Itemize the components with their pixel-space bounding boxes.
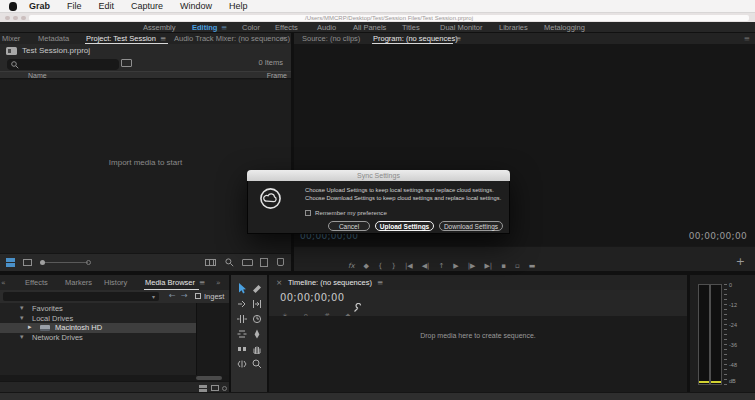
file-type-dropdown[interactable]: ▾: [3, 292, 159, 301]
search-input[interactable]: [7, 59, 119, 70]
workspace-tab-libraries[interactable]: Libraries: [499, 22, 528, 33]
list-view-icon[interactable]: [6, 258, 15, 267]
workspace-tab-dual-monitor[interactable]: Dual Monitor: [440, 22, 483, 33]
workspace-menu-icon[interactable]: ≡: [221, 22, 227, 33]
tree-item-favorites[interactable]: ▾ Favorites: [0, 304, 196, 314]
workspace-tab-editing[interactable]: Editing: [192, 22, 217, 33]
workspace-tab-color[interactable]: Color: [242, 22, 260, 33]
workspace-tab-assembly[interactable]: Assembly: [143, 22, 176, 33]
ingest-checkbox[interactable]: [195, 293, 201, 299]
tab-history[interactable]: History: [104, 275, 127, 290]
zoom-tool[interactable]: [250, 357, 264, 370]
tab-metadata[interactable]: Metadata: [38, 33, 69, 44]
insert-icon[interactable]: ▪: [501, 261, 506, 271]
zoom-slider-knob[interactable]: [40, 260, 45, 265]
workspace-tab-all-panels[interactable]: All Panels: [353, 22, 386, 33]
go-to-out-icon[interactable]: ▶|: [484, 261, 492, 271]
menu-file[interactable]: File: [67, 0, 82, 13]
expand-icon[interactable]: ▸: [28, 323, 32, 333]
timeline-tab-menu-icon[interactable]: ≡: [377, 275, 383, 290]
panel-collapse-icon[interactable]: «: [1, 275, 6, 290]
step-forward-icon[interactable]: |▶: [468, 261, 476, 271]
razor-tool[interactable]: [250, 282, 264, 295]
panel-divider-vertical[interactable]: [291, 33, 294, 271]
tab-overflow-icon[interactable]: »: [281, 33, 286, 44]
scrollbar-thumb[interactable]: [196, 376, 222, 380]
mb-zoom-icon[interactable]: [222, 386, 227, 391]
new-bin-quick-icon[interactable]: [121, 59, 132, 67]
zoom-slider-track[interactable]: [40, 262, 88, 263]
add-button[interactable]: +: [736, 256, 745, 267]
step-back-icon[interactable]: ◀|: [422, 261, 430, 271]
tab-source-monitor[interactable]: Source: (no clips): [302, 33, 360, 44]
upload-settings-button[interactable]: Upload Settings: [375, 221, 434, 231]
hand-tool[interactable]: [250, 342, 264, 355]
new-item-icon[interactable]: [260, 258, 268, 267]
find-icon[interactable]: [225, 258, 234, 267]
mark-in-icon[interactable]: {: [378, 261, 382, 271]
apple-menu-icon[interactable]: [9, 2, 17, 11]
workspace-tab-metalogging[interactable]: Metalogging: [544, 22, 585, 33]
fx-badge-icon[interactable]: fx: [348, 261, 355, 271]
play-icon[interactable]: ▶: [453, 261, 458, 271]
timeline-track-area[interactable]: Drop media here to create sequence.: [269, 316, 687, 392]
media-browser-menu-icon[interactable]: ≡: [199, 275, 205, 290]
pen-tool[interactable]: [250, 327, 264, 340]
expand-icon[interactable]: ▾: [20, 304, 24, 314]
column-frame[interactable]: Frame: [267, 72, 287, 80]
window-minimize-button[interactable]: [13, 16, 18, 21]
workspace-tab-effects[interactable]: Effects: [275, 22, 298, 33]
window-zoom-button[interactable]: [21, 16, 26, 21]
mb-list-view-icon[interactable]: [199, 385, 207, 392]
go-to-in-icon[interactable]: |◀: [405, 261, 413, 271]
menu-help[interactable]: Help: [229, 0, 248, 13]
slide-tool[interactable]: [235, 342, 249, 355]
expand-icon[interactable]: ▾: [20, 333, 24, 343]
export-frame-icon[interactable]: ▬: [529, 261, 536, 271]
mb-icon-view-icon[interactable]: [211, 385, 219, 391]
panel-menu-icon[interactable]: ≡: [744, 33, 750, 44]
tab-audio-track-mixer[interactable]: Audio Track Mixer: (no sequences): [174, 33, 290, 44]
tree-item-local-drives[interactable]: ▾ Local Drives: [0, 314, 196, 324]
remember-preference-checkbox[interactable]: [305, 210, 311, 216]
menu-capture[interactable]: Capture: [131, 0, 163, 13]
tree-item-macintosh-hd[interactable]: ▸ Macintosh HD: [0, 323, 196, 333]
tab-media-browser[interactable]: Media Browser: [145, 275, 195, 290]
tree-pane-divider[interactable]: [196, 303, 197, 375]
tree-item-network-drives[interactable]: ▾ Network Drives: [0, 333, 196, 343]
overwrite-icon[interactable]: ▫: [515, 261, 520, 271]
selection-tool[interactable]: [235, 282, 249, 295]
bottom-tab-overflow-icon[interactable]: »: [216, 275, 221, 290]
tab-effects[interactable]: Effects: [25, 275, 48, 290]
column-name[interactable]: Name: [28, 72, 47, 80]
timeline-timecode[interactable]: 00;00;00;00: [280, 292, 344, 303]
workspace-tab-titles[interactable]: Titles: [402, 22, 420, 33]
track-select-forward-tool[interactable]: [235, 297, 249, 310]
expand-icon[interactable]: ▾: [20, 314, 24, 324]
tab-mixer[interactable]: Mixer: [2, 33, 20, 44]
menu-grab[interactable]: Grab: [29, 0, 50, 13]
mark-out-icon[interactable]: }: [391, 261, 395, 271]
icon-view-icon[interactable]: [23, 259, 32, 266]
window-close-button[interactable]: [5, 16, 10, 21]
ripple-edit-tool[interactable]: [250, 297, 264, 310]
dialog-titlebar[interactable]: Sync Settings: [247, 170, 510, 181]
menu-window[interactable]: Window: [180, 0, 212, 13]
download-settings-button[interactable]: Download Settings: [439, 221, 503, 231]
tab-markers[interactable]: Markers: [65, 275, 92, 290]
back-arrow-icon[interactable]: ←: [169, 291, 176, 300]
tab-timeline[interactable]: Timeline: (no sequences): [288, 275, 372, 290]
cancel-button[interactable]: Cancel: [328, 221, 370, 231]
timeline-settings-wrench-icon[interactable]: [353, 303, 363, 313]
menu-edit[interactable]: Edit: [99, 0, 115, 13]
add-marker-icon[interactable]: ◆: [364, 261, 369, 271]
close-icon[interactable]: ×: [276, 275, 282, 290]
automate-to-sequence-icon[interactable]: [205, 259, 216, 266]
delete-icon[interactable]: [277, 258, 284, 266]
program-tab-menu-icon[interactable]: ≡: [455, 33, 461, 44]
lift-icon[interactable]: ↑: [438, 261, 444, 271]
rolling-edit-tool[interactable]: [235, 312, 249, 325]
forward-arrow-icon[interactable]: →: [181, 291, 188, 300]
workspace-tab-audio[interactable]: Audio: [317, 22, 336, 33]
slip-tool[interactable]: [235, 327, 249, 340]
